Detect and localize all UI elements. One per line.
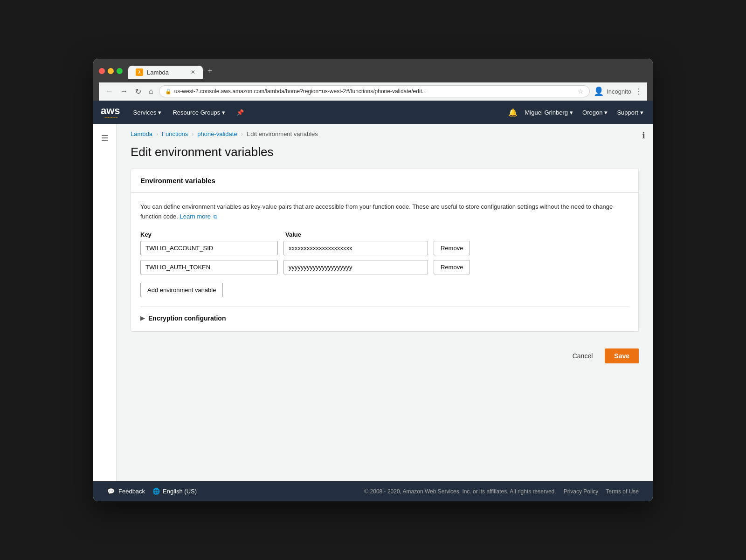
copyright-text: © 2008 - 2020, Amazon Web Services, Inc.…: [364, 488, 556, 495]
page-title: Edit environment variables: [131, 145, 639, 159]
save-button[interactable]: Save: [605, 348, 639, 363]
support-menu-button[interactable]: Support: [615, 101, 645, 124]
speech-bubble-icon: 💬: [107, 488, 115, 495]
new-tab-button[interactable]: +: [203, 63, 217, 79]
reload-button[interactable]: ↻: [133, 86, 143, 97]
value-input-1[interactable]: [283, 241, 428, 255]
tab-favicon: λ: [136, 68, 143, 76]
browser-tabs: λ Lambda ✕ +: [128, 63, 647, 79]
env-vars-card: Environment variables You can define env…: [131, 169, 639, 332]
browser-toolbar: ← → ↻ ⌂ 🔒 us-west-2.console.aws.amazon.c…: [99, 82, 647, 101]
key-input-2[interactable]: [140, 260, 278, 274]
chevron-right-icon: ▶: [140, 315, 145, 321]
browser-menu-button[interactable]: ⋮: [635, 87, 642, 96]
remove-button-2[interactable]: Remove: [434, 260, 470, 274]
breadcrumb: Lambda › Functions › phone-validate › Ed…: [117, 124, 653, 141]
info-text: You can define environment variables as …: [140, 202, 629, 222]
incognito-indicator: 👤 Incognito: [594, 86, 631, 96]
card-header-title: Environment variables: [140, 177, 215, 184]
bell-icon[interactable]: 🔔: [508, 108, 518, 117]
breadcrumb-function-name[interactable]: phone-validate: [197, 130, 237, 137]
tab-title: Lambda: [147, 69, 169, 76]
remove-button-1[interactable]: Remove: [434, 241, 470, 255]
sidebar-toggle-button[interactable]: ☰: [98, 130, 111, 146]
terms-of-use-link[interactable]: Terms of Use: [606, 488, 639, 495]
sidebar: ☰: [93, 124, 117, 481]
user-menu-button[interactable]: Miguel Grinberg: [523, 101, 575, 124]
action-bar: Cancel Save: [117, 341, 653, 371]
minimize-button[interactable]: [108, 68, 114, 74]
cancel-button[interactable]: Cancel: [565, 348, 601, 363]
breadcrumb-functions[interactable]: Functions: [162, 130, 188, 137]
nav-right: 🔔 Miguel Grinberg Oregon Support: [508, 101, 645, 124]
breadcrumb-lambda[interactable]: Lambda: [131, 130, 152, 137]
encryption-section: ▶ Encryption configuration: [140, 307, 629, 322]
encryption-toggle-button[interactable]: ▶ Encryption configuration: [140, 314, 226, 322]
region-menu-button[interactable]: Oregon: [580, 101, 609, 124]
breadcrumb-current: Edit environment variables: [247, 130, 318, 137]
value-header: Value: [285, 231, 430, 238]
main-content: Lambda › Functions › phone-validate › Ed…: [117, 124, 653, 371]
key-input-1[interactable]: [140, 241, 278, 255]
services-nav-button[interactable]: Services: [131, 101, 164, 124]
active-tab[interactable]: λ Lambda ✕: [128, 66, 203, 79]
add-env-var-button[interactable]: Add environment variable: [140, 283, 223, 297]
aws-logo-smile: ~~~~~: [104, 115, 117, 120]
card-header: Environment variables: [131, 169, 638, 193]
footer: 💬 Feedback 🌐 English (US) © 2008 - 2020,…: [93, 481, 653, 501]
learn-more-link[interactable]: Learn more ⧉: [180, 213, 217, 220]
env-var-row-1: Remove: [140, 241, 629, 255]
breadcrumb-sep-2: ›: [192, 131, 193, 137]
maximize-button[interactable]: [117, 68, 123, 74]
external-link-icon: ⧉: [214, 213, 217, 221]
env-var-headers: Key Value: [140, 231, 629, 238]
value-input-2[interactable]: [283, 260, 428, 274]
address-bar[interactable]: 🔒 us-west-2.console.aws.amazon.com/lambd…: [159, 85, 590, 97]
tab-close-icon[interactable]: ✕: [191, 69, 195, 75]
bookmark-icon[interactable]: ☆: [578, 88, 584, 95]
aws-nav: aws ~~~~~ Services Resource Groups 📌 🔔 M…: [93, 101, 653, 124]
privacy-policy-link[interactable]: Privacy Policy: [564, 488, 599, 495]
page-title-area: Edit environment variables: [117, 141, 653, 169]
key-header: Key: [140, 231, 278, 238]
back-button[interactable]: ←: [104, 86, 115, 96]
breadcrumb-sep-3: ›: [241, 131, 243, 137]
language-selector[interactable]: 🌐 English (US): [152, 488, 197, 495]
card-body: You can define environment variables as …: [131, 193, 638, 331]
forward-button[interactable]: →: [118, 86, 130, 96]
aws-logo: aws ~~~~~: [101, 105, 120, 120]
resource-groups-nav-button[interactable]: Resource Groups: [171, 101, 227, 124]
close-button[interactable]: [99, 68, 105, 74]
breadcrumb-sep-1: ›: [156, 131, 158, 137]
traffic-lights[interactable]: [99, 68, 123, 74]
incognito-label: Incognito: [607, 88, 631, 95]
lock-icon: 🔒: [165, 89, 172, 95]
pin-nav-button[interactable]: 📌: [235, 101, 246, 124]
url-text: us-west-2.console.aws.amazon.com/lambda/…: [174, 88, 575, 95]
info-icon-button[interactable]: ℹ: [642, 130, 645, 141]
home-button[interactable]: ⌂: [147, 86, 155, 96]
feedback-button[interactable]: 💬 Feedback: [107, 488, 145, 495]
globe-icon: 🌐: [152, 488, 160, 495]
env-var-row-2: Remove: [140, 260, 629, 274]
